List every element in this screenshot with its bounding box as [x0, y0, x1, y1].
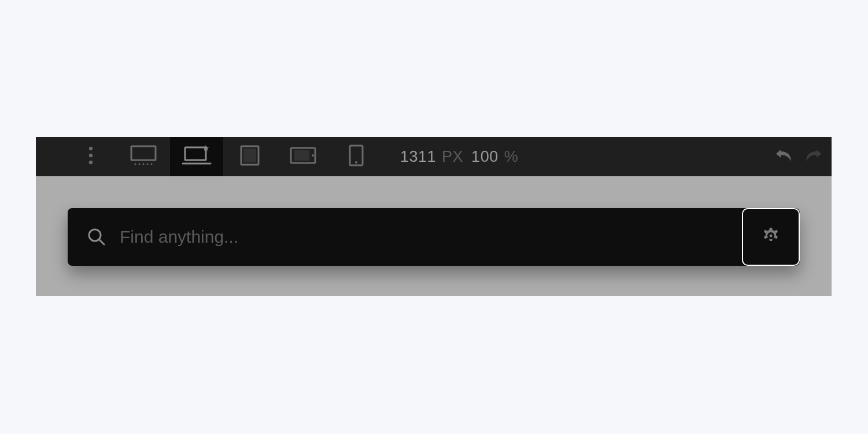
toolbar: 1311 PX 100 %: [36, 137, 832, 176]
svg-point-7: [147, 164, 149, 165]
svg-point-0: [89, 147, 93, 150]
svg-point-1: [89, 154, 93, 157]
device-tablet-portrait-button[interactable]: [223, 137, 276, 176]
search-input[interactable]: [109, 227, 741, 247]
tablet-landscape-icon: [290, 147, 316, 166]
zoom-unit: %: [504, 148, 519, 166]
laptop-star-icon: [180, 144, 213, 169]
search-icon: [84, 228, 109, 246]
canvas-area: [36, 176, 832, 296]
phone-icon: [349, 144, 364, 169]
settings-button[interactable]: [742, 208, 800, 266]
svg-point-5: [139, 164, 141, 165]
device-phone-button[interactable]: [330, 137, 383, 176]
svg-point-6: [143, 164, 145, 165]
desktop-icon: [130, 145, 157, 168]
svg-rect-9: [185, 147, 206, 160]
undo-icon: [775, 147, 793, 166]
svg-rect-11: [243, 149, 256, 162]
search-bar: [68, 208, 800, 266]
device-tablet-landscape-button[interactable]: [276, 137, 330, 176]
svg-point-4: [135, 164, 136, 165]
svg-point-8: [151, 164, 153, 165]
undo-redo-group: [775, 147, 832, 166]
svg-point-13: [312, 154, 314, 157]
undo-button[interactable]: [775, 147, 793, 166]
svg-point-2: [89, 161, 93, 164]
more-vertical-icon: [88, 146, 93, 168]
redo-icon: [804, 147, 822, 166]
viewport-width-value[interactable]: 1311: [400, 148, 436, 166]
more-options-button[interactable]: [65, 137, 117, 176]
app-window: 1311 PX 100 %: [36, 137, 832, 296]
svg-rect-3: [131, 146, 156, 160]
toolbar-left: 1311 PX 100 %: [36, 137, 518, 176]
svg-rect-14: [294, 150, 309, 161]
device-laptop-button[interactable]: [170, 137, 223, 176]
device-desktop-button[interactable]: [117, 137, 170, 176]
svg-point-16: [355, 161, 357, 164]
viewport-width-unit: PX: [442, 148, 463, 166]
viewport-size-readout: 1311 PX 100 %: [383, 148, 518, 166]
zoom-value[interactable]: 100: [471, 148, 498, 166]
svg-line-18: [99, 240, 104, 244]
redo-button[interactable]: [804, 147, 822, 166]
tablet-portrait-icon: [240, 145, 260, 168]
gear-icon: [762, 227, 780, 247]
